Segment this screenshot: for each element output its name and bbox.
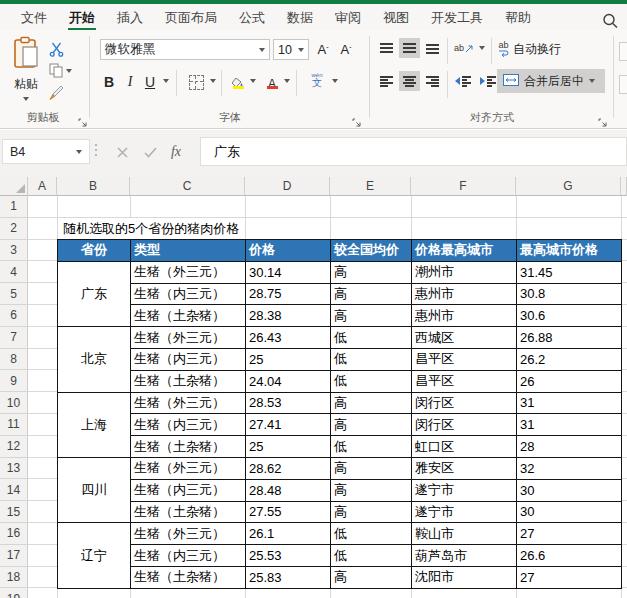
row-header[interactable]: 2 — [0, 218, 28, 240]
top-price-cell[interactable]: 31.45 — [517, 261, 622, 283]
tab-home[interactable]: 开始 — [58, 5, 106, 29]
decrease-indent-button[interactable] — [452, 71, 473, 91]
name-box[interactable]: B4 — [2, 139, 90, 164]
price-cell[interactable]: 28.38 — [246, 305, 331, 327]
column-header-b[interactable]: B — [57, 177, 130, 196]
province-cell[interactable]: 辽宁 — [58, 523, 131, 588]
top-price-cell[interactable]: 31 — [517, 392, 622, 414]
column-header-c[interactable]: C — [130, 177, 245, 196]
row-header[interactable]: 13 — [0, 458, 28, 480]
font-color-button[interactable]: A — [262, 71, 282, 93]
price-cell[interactable]: 27.55 — [246, 501, 331, 523]
wrap-text-button[interactable]: ab 自动换行 — [498, 39, 561, 59]
format-painter-button[interactable] — [46, 85, 66, 105]
chevron-down-icon[interactable] — [163, 79, 169, 83]
row-header[interactable]: 9 — [0, 370, 28, 392]
top-city-cell[interactable]: 虹口区 — [412, 436, 517, 458]
price-cell[interactable]: 28.62 — [246, 457, 331, 479]
underline-button[interactable]: U — [142, 71, 158, 93]
top-city-cell[interactable]: 闵行区 — [412, 392, 517, 414]
top-city-cell[interactable]: 闵行区 — [412, 414, 517, 436]
price-cell[interactable]: 26.43 — [246, 327, 331, 349]
province-cell[interactable]: 北京 — [58, 327, 131, 392]
type-cell[interactable]: 生猪（外三元） — [131, 327, 246, 349]
price-cell[interactable]: 25.53 — [246, 545, 331, 567]
price-cell[interactable]: 26.1 — [246, 523, 331, 545]
top-city-cell[interactable]: 西城区 — [412, 327, 517, 349]
top-price-cell[interactable]: 27 — [517, 566, 622, 588]
align-left-button[interactable] — [376, 71, 397, 91]
price-cell[interactable]: 25 — [246, 348, 331, 370]
tab-file[interactable]: 文件 — [10, 5, 58, 29]
alignment-dialog-launcher-icon[interactable] — [598, 113, 608, 123]
vs-avg-cell[interactable]: 高 — [331, 479, 412, 501]
price-cell[interactable]: 28.48 — [246, 479, 331, 501]
copy-button[interactable] — [46, 62, 66, 82]
vs-avg-cell[interactable]: 低 — [331, 348, 412, 370]
row-header[interactable]: 4 — [0, 261, 28, 283]
align-center-button[interactable] — [399, 71, 420, 91]
province-cell[interactable]: 四川 — [58, 457, 131, 522]
sheet-title-cell[interactable]: 随机选取的5个省份的猪肉价格 — [60, 218, 242, 239]
vs-avg-cell[interactable]: 低 — [331, 370, 412, 392]
vs-avg-cell[interactable]: 高 — [331, 283, 412, 305]
top-city-cell[interactable]: 惠州市 — [412, 283, 517, 305]
row-header[interactable]: 16 — [0, 523, 28, 545]
clipboard-dialog-launcher-icon[interactable] — [78, 113, 88, 123]
top-city-cell[interactable]: 昌平区 — [412, 348, 517, 370]
chevron-down-icon[interactable] — [332, 79, 338, 83]
province-cell[interactable]: 上海 — [58, 392, 131, 457]
price-cell[interactable]: 25.83 — [246, 566, 331, 588]
select-all-button[interactable] — [0, 177, 28, 196]
chevron-down-icon[interactable] — [66, 69, 72, 73]
price-cell[interactable]: 28.75 — [246, 283, 331, 305]
type-cell[interactable]: 生猪（外三元） — [131, 261, 246, 283]
header-type[interactable]: 类型 — [131, 240, 246, 262]
top-city-cell[interactable]: 葫芦岛市 — [412, 545, 517, 567]
row-header[interactable]: 8 — [0, 349, 28, 371]
top-city-cell[interactable]: 遂宁市 — [412, 479, 517, 501]
top-price-cell[interactable]: 30.6 — [517, 305, 622, 327]
search-icon[interactable] — [601, 12, 619, 30]
increase-indent-button[interactable] — [477, 71, 498, 91]
chevron-down-icon[interactable] — [479, 46, 485, 50]
row-header[interactable]: 1 — [0, 196, 28, 218]
top-city-cell[interactable]: 昌平区 — [412, 370, 517, 392]
chevron-down-icon[interactable] — [284, 79, 290, 83]
header-top-price[interactable]: 最高城市价格 — [517, 240, 622, 262]
top-price-cell[interactable]: 31 — [517, 414, 622, 436]
top-price-cell[interactable]: 30 — [517, 501, 622, 523]
row-header[interactable]: 6 — [0, 305, 28, 327]
top-price-cell[interactable]: 26.88 — [517, 327, 622, 349]
font-name-select[interactable]: 微软雅黑 — [100, 39, 270, 60]
type-cell[interactable]: 生猪（外三元） — [131, 457, 246, 479]
top-price-cell[interactable]: 26 — [517, 370, 622, 392]
top-city-cell[interactable]: 雅安区 — [412, 457, 517, 479]
top-price-cell[interactable]: 28 — [517, 436, 622, 458]
align-middle-button[interactable] — [399, 38, 420, 58]
tab-page-layout[interactable]: 页面布局 — [154, 5, 228, 29]
row-header[interactable]: 15 — [0, 501, 28, 523]
top-price-cell[interactable]: 26.2 — [517, 348, 622, 370]
font-size-select[interactable]: 10 — [273, 39, 309, 60]
top-city-cell[interactable]: 沈阳市 — [412, 566, 517, 588]
price-cell[interactable]: 30.14 — [246, 261, 331, 283]
insert-function-button[interactable]: fx — [164, 140, 188, 164]
type-cell[interactable]: 生猪（内三元） — [131, 348, 246, 370]
bold-button[interactable]: B — [100, 71, 118, 93]
tab-formulas[interactable]: 公式 — [228, 5, 276, 29]
formula-input[interactable]: 广东 — [200, 137, 627, 166]
type-cell[interactable]: 生猪（外三元） — [131, 392, 246, 414]
price-cell[interactable]: 27.41 — [246, 414, 331, 436]
header-province[interactable]: 省份 — [58, 240, 131, 262]
top-price-cell[interactable]: 32 — [517, 457, 622, 479]
cut-button[interactable] — [46, 41, 66, 61]
column-header-e[interactable]: E — [330, 177, 411, 196]
province-cell[interactable]: 广东 — [58, 261, 131, 326]
row-header[interactable]: 17 — [0, 545, 28, 567]
top-city-cell[interactable]: 惠州市 — [412, 305, 517, 327]
type-cell[interactable]: 生猪（内三元） — [131, 283, 246, 305]
column-header-d[interactable]: D — [245, 177, 330, 196]
row-header[interactable]: 11 — [0, 414, 28, 436]
tab-data[interactable]: 数据 — [276, 5, 324, 29]
